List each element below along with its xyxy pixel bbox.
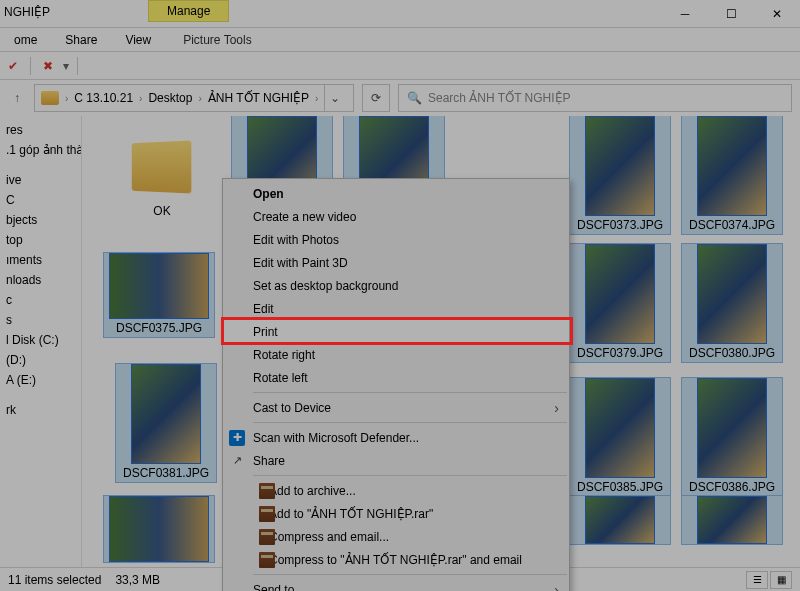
separator — [253, 574, 567, 575]
maximize-button[interactable]: ☐ — [708, 0, 754, 28]
ctx-edit-paint3d[interactable]: Edit with Paint 3D — [223, 251, 569, 274]
folder-icon — [122, 122, 202, 202]
breadcrumb-dropdown[interactable]: ⌄ — [324, 85, 344, 111]
sidebar-item[interactable]: ıments — [0, 250, 81, 270]
sidebar-item[interactable]: top — [0, 230, 81, 250]
file-item[interactable]: DSCF0385.JPG — [570, 378, 670, 496]
search-icon: 🔍 — [407, 91, 422, 105]
folder-item[interactable]: OK — [112, 122, 212, 220]
ctx-compress-rar-email[interactable]: Compress to "ẢNH TỐT NGHIỆP.rar" and ema… — [223, 548, 569, 571]
image-thumbnail — [585, 244, 655, 344]
pin-icon[interactable]: ✔ — [4, 57, 22, 75]
image-thumbnail — [585, 116, 655, 216]
ctx-add-rar[interactable]: Add to "ẢNH TỐT NGHIỆP.rar" — [223, 502, 569, 525]
search-input[interactable]: 🔍 Search ẢNH TỐT NGHIỆP — [398, 84, 792, 112]
manage-contextual-tab[interactable]: Manage — [148, 0, 229, 22]
separator — [30, 57, 31, 75]
dropdown-icon[interactable]: ▾ — [63, 59, 69, 73]
tab-home[interactable]: ome — [0, 29, 51, 51]
crumb-desktop[interactable]: Desktop — [144, 91, 196, 105]
breadcrumb[interactable]: › C 13.10.21 › Desktop › ẢNH TỐT NGHIỆP … — [34, 84, 354, 112]
file-label: OK — [112, 202, 212, 220]
ctx-print[interactable]: Print — [223, 320, 569, 343]
chevron-right-icon: › — [65, 93, 68, 104]
image-thumbnail — [697, 496, 767, 544]
ribbon-tabs: ome Share View Picture Tools — [0, 28, 800, 52]
sidebar-item[interactable]: A (E:) — [0, 370, 81, 390]
sidebar-item[interactable]: nloads — [0, 270, 81, 290]
image-thumbnail — [109, 253, 209, 319]
tab-view[interactable]: View — [111, 29, 165, 51]
file-item[interactable]: DSCF0373.JPG — [570, 116, 670, 234]
file-label: DSCF0375.JPG — [104, 319, 214, 337]
image-thumbnail — [697, 244, 767, 344]
file-item[interactable]: DSCF0374.JPG — [682, 116, 782, 234]
sidebar-item[interactable]: s — [0, 310, 81, 330]
file-label: DSCF0379.JPG — [570, 344, 670, 362]
file-item[interactable] — [104, 496, 214, 562]
sidebar-item[interactable]: bjects — [0, 210, 81, 230]
tab-picture-tools[interactable]: Picture Tools — [169, 29, 265, 51]
file-item[interactable] — [570, 496, 670, 544]
window-title: NGHIỆP — [0, 5, 50, 19]
file-item[interactable]: DSCF0379.JPG — [570, 244, 670, 362]
ctx-create-video[interactable]: Create a new video — [223, 205, 569, 228]
ctx-add-rar-label: Add to "ẢNH TỐT NGHIỆP.rar" — [269, 507, 433, 521]
share-icon: ↗ — [229, 453, 245, 469]
ctx-set-background[interactable]: Set as desktop background — [223, 274, 569, 297]
chevron-right-icon: › — [554, 582, 559, 592]
file-label: DSCF0381.JPG — [116, 464, 216, 482]
ctx-send-to[interactable]: Send to › — [223, 578, 569, 591]
ctx-defender-label: Scan with Microsoft Defender... — [253, 431, 419, 445]
ctx-cast-label: Cast to Device — [253, 401, 331, 415]
image-thumbnail — [131, 364, 201, 464]
file-item[interactable]: DSCF0386.JPG — [682, 378, 782, 496]
chevron-right-icon: › — [139, 93, 142, 104]
sidebar-item[interactable]: .1 góp ảnh thàn — [0, 140, 81, 160]
ctx-rotate-right[interactable]: Rotate right — [223, 343, 569, 366]
ctx-edit-photos[interactable]: Edit with Photos — [223, 228, 569, 251]
ctx-share-label: Share — [253, 454, 285, 468]
crumb-folder[interactable]: ẢNH TỐT NGHIỆP — [204, 91, 313, 105]
ctx-compress-email[interactable]: Compress and email... — [223, 525, 569, 548]
thumbnails-view-button[interactable]: ▦ — [770, 571, 792, 589]
sidebar-item[interactable]: ive — [0, 170, 81, 190]
sidebar-item[interactable]: rk — [0, 400, 81, 420]
file-item[interactable] — [682, 496, 782, 544]
status-selection: 11 items selected — [8, 573, 101, 587]
separator — [253, 422, 567, 423]
file-label: DSCF0373.JPG — [570, 216, 670, 234]
ctx-edit[interactable]: Edit — [223, 297, 569, 320]
quick-access-toolbar: ✔ ✖ ▾ — [0, 52, 800, 80]
details-view-button[interactable]: ☰ — [746, 571, 768, 589]
sidebar-item[interactable]: C — [0, 190, 81, 210]
image-thumbnail — [697, 378, 767, 478]
file-item[interactable]: DSCF0381.JPG — [116, 364, 216, 482]
file-item[interactable]: DSCF0380.JPG — [682, 244, 782, 362]
sidebar-item[interactable]: c — [0, 290, 81, 310]
delete-icon[interactable]: ✖ — [39, 57, 57, 75]
ctx-open[interactable]: Open — [223, 182, 569, 205]
sidebar-item[interactable]: l Disk (C:) — [0, 330, 81, 350]
ctx-share[interactable]: ↗ Share — [223, 449, 569, 472]
crumb-root[interactable]: C 13.10.21 — [70, 91, 137, 105]
search-placeholder: Search ẢNH TỐT NGHIỆP — [428, 91, 571, 105]
ctx-rotate-left[interactable]: Rotate left — [223, 366, 569, 389]
sidebar-item[interactable]: (D:) — [0, 350, 81, 370]
close-button[interactable]: ✕ — [754, 0, 800, 28]
file-label: DSCF0380.JPG — [682, 344, 782, 362]
image-thumbnail — [585, 496, 655, 544]
up-button[interactable]: ↑ — [8, 89, 26, 107]
sidebar-item[interactable]: res — [0, 120, 81, 140]
ctx-defender[interactable]: ✚ Scan with Microsoft Defender... — [223, 426, 569, 449]
ctx-add-archive[interactable]: Add to archive... — [223, 479, 569, 502]
file-label: DSCF0385.JPG — [570, 478, 670, 496]
ctx-cast[interactable]: Cast to Device › — [223, 396, 569, 419]
tab-share[interactable]: Share — [51, 29, 111, 51]
minimize-button[interactable]: ─ — [662, 0, 708, 28]
chevron-right-icon: › — [198, 93, 201, 104]
navigation-pane[interactable]: res .1 góp ảnh thàn ive C bjects top ıme… — [0, 116, 82, 567]
file-item[interactable]: DSCF0375.JPG — [104, 253, 214, 337]
refresh-button[interactable]: ⟳ — [362, 84, 390, 112]
separator — [253, 475, 567, 476]
